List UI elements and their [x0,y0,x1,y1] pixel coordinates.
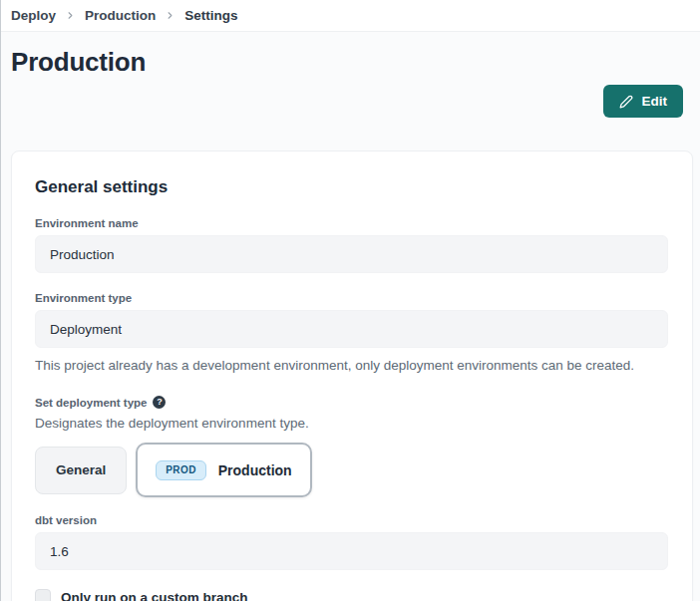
edit-button[interactable]: Edit [603,85,684,118]
dbt-version-field-group: dbt version [35,514,668,570]
deployment-type-option-production-label: Production [218,462,292,478]
deployment-type-option-general-label: General [56,462,106,477]
environment-name-label: Environment name [35,217,668,229]
environment-name-field-group: Environment name [35,217,668,273]
general-settings-card: General settings Environment name Enviro… [11,150,693,601]
dbt-version-label: dbt version [35,514,668,526]
deployment-type-label: Set deployment type ? [35,396,668,409]
deployment-type-toggle-group: General PROD Production [35,443,668,497]
header-actions: Edit [11,85,690,118]
environment-name-input[interactable] [35,235,668,273]
breadcrumb-item-production[interactable]: Production [85,8,156,23]
chevron-right-icon [65,10,76,21]
deployment-type-option-general[interactable]: General [35,447,127,494]
custom-branch-checkbox[interactable] [35,589,51,601]
deployment-type-label-text: Set deployment type [35,397,147,409]
deployment-type-option-production[interactable]: PROD Production [136,443,311,497]
pencil-icon [619,95,633,109]
breadcrumb-item-deploy[interactable]: Deploy [11,8,56,23]
help-icon[interactable]: ? [153,396,166,409]
page-header: Production Edit [1,32,700,118]
breadcrumb: Deploy Production Settings [1,0,700,32]
environment-type-field-group: Environment type This project already ha… [35,292,668,375]
environment-type-helper-text: This project already has a development e… [35,357,668,375]
deployment-type-description: Designates the deployment environment ty… [35,416,668,431]
edit-button-label: Edit [642,94,668,109]
environment-type-input[interactable] [35,310,668,348]
custom-branch-label: Only run on a custom branch [61,590,248,601]
chevron-right-icon [165,10,175,21]
prod-badge: PROD [156,460,206,480]
card-title: General settings [35,177,668,197]
deployment-type-section: Set deployment type ? Designates the dep… [35,396,668,497]
breadcrumb-item-settings: Settings [184,8,237,23]
page-title: Production [11,47,690,78]
custom-branch-row: Only run on a custom branch [35,589,668,601]
dbt-version-input[interactable] [35,532,668,570]
environment-type-label: Environment type [35,292,668,304]
